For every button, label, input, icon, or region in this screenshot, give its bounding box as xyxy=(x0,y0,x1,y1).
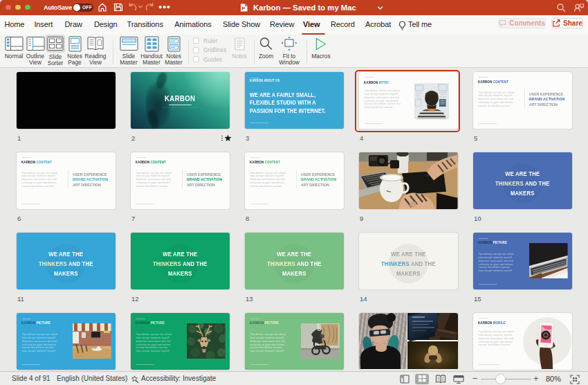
svg-text:P: P xyxy=(241,6,246,12)
